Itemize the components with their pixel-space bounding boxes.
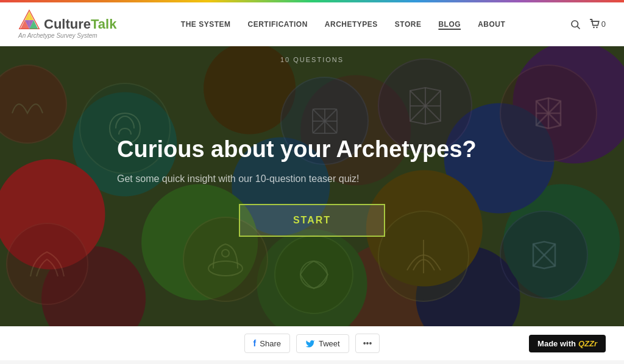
- twitter-icon: [305, 339, 315, 348]
- more-share-button[interactable]: •••: [355, 334, 380, 353]
- more-label: •••: [363, 338, 372, 348]
- svg-point-27: [300, 261, 327, 288]
- logo-subtitle: An Archetype Survey System: [18, 32, 98, 39]
- nav-certification[interactable]: CERTIFICATION: [248, 20, 308, 29]
- nav-the-system[interactable]: THE SYSTEM: [181, 20, 231, 29]
- logo-main: CultureTalk: [18, 9, 116, 31]
- nav-archetypes[interactable]: ARCHETYPES: [325, 20, 378, 29]
- made-with-badge: Made with QZZr: [529, 335, 606, 352]
- tweet-label: Tweet: [319, 339, 340, 348]
- facebook-icon: f: [254, 338, 257, 348]
- nav-about[interactable]: ABOUT: [478, 20, 505, 29]
- nav-icons: 0: [570, 19, 606, 30]
- svg-line-8: [577, 26, 580, 29]
- share-facebook-button[interactable]: f Share: [244, 334, 290, 353]
- logo-area: CultureTalk An Archetype Survey System: [18, 9, 116, 39]
- cart-button[interactable]: 0: [589, 19, 606, 30]
- svg-point-10: [596, 26, 597, 27]
- bottom-bar: f Share Tweet ••• Made with QZZr: [0, 326, 624, 360]
- logo-text: CultureTalk: [44, 18, 116, 31]
- logo-culture: Culture: [44, 16, 91, 32]
- search-icon: [570, 19, 581, 30]
- nav-store[interactable]: STORE: [395, 20, 422, 29]
- svg-point-12: [222, 250, 229, 257]
- qzzr-logo: QZZr: [578, 339, 597, 348]
- hero-title: Curious about your Archetypes?: [117, 136, 507, 164]
- cart-icon: [589, 19, 601, 30]
- hero-section: 10 QUESTIONS Curious about your Archetyp…: [0, 46, 624, 326]
- made-with-text: Made with: [537, 339, 576, 348]
- svg-point-9: [593, 26, 594, 27]
- nav-blog[interactable]: BLOG: [438, 20, 461, 29]
- hero-subtitle: Get some quick insight with our 10-quest…: [117, 173, 507, 184]
- start-button[interactable]: START: [239, 204, 385, 237]
- svg-point-7: [572, 21, 578, 27]
- cart-count: 0: [601, 19, 606, 29]
- questions-label: 10 QUESTIONS: [280, 56, 344, 63]
- deco-circle-10: [274, 235, 353, 314]
- share-label: Share: [260, 339, 281, 348]
- search-button[interactable]: [570, 19, 581, 30]
- logo-triangle-icon: [18, 9, 40, 31]
- share-twitter-button[interactable]: Tweet: [296, 334, 349, 353]
- header: CultureTalk An Archetype Survey System T…: [0, 2, 624, 46]
- deco-circle-1: [0, 65, 67, 144]
- main-nav: THE SYSTEM CERTIFICATION ARCHETYPES STOR…: [181, 20, 505, 29]
- logo-talk: Talk: [91, 16, 116, 32]
- hero-content: Curious about your Archetypes? Get some …: [68, 136, 556, 237]
